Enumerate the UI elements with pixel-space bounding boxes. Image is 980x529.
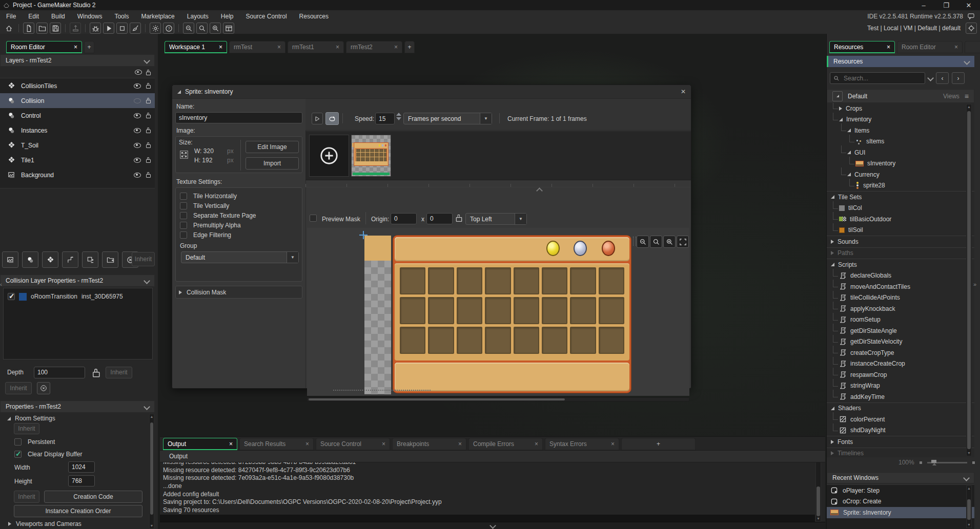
speed-unit-dropdown[interactable]: Frames per second ▼ — [403, 113, 492, 124]
resource-moveandcontacttiles[interactable]: moveAndContactTiles — [827, 281, 974, 292]
layer-row-background[interactable]: Background — [0, 167, 155, 182]
target-manager-icon[interactable] — [966, 23, 977, 34]
workspace-tab-rmtest2[interactable]: rmTest2× — [346, 41, 402, 53]
new-file-button[interactable] — [23, 23, 34, 34]
instance-row[interactable]: oRoomTransition inst_30D65975 — [4, 290, 152, 303]
zoom-slider-min[interactable] — [920, 461, 922, 464]
tile-horizontally-checkbox[interactable] — [180, 193, 187, 200]
search-input[interactable] — [843, 74, 911, 82]
add-tab-button[interactable]: + — [965, 41, 980, 53]
resource-timelines[interactable]: Timelines — [827, 448, 974, 458]
origin-y-input[interactable] — [426, 213, 453, 224]
resource-createcroptype[interactable]: createCropType — [827, 347, 974, 358]
resource-colorpercent[interactable]: colorPercent — [827, 414, 974, 425]
close-button[interactable]: ✕ — [957, 2, 980, 9]
toolbar-grip[interactable] — [633, 237, 636, 246]
recent-sprite-sinventory[interactable]: Sprite: sInventory — [827, 507, 974, 518]
views-menu-icon[interactable]: ≡ — [965, 92, 969, 100]
close-tab-icon[interactable]: × — [305, 440, 309, 448]
import-button[interactable]: Import — [246, 157, 299, 170]
views-label[interactable]: Views — [943, 93, 959, 100]
right-tab-room-editor[interactable]: Room Editor× — [897, 41, 963, 53]
menu-resources[interactable]: Resources — [293, 13, 335, 20]
dropdown-arrow-icon[interactable]: ▼ — [480, 113, 492, 124]
visibility-eye-icon[interactable] — [134, 128, 141, 133]
right-tab-resources[interactable]: Resources× — [829, 41, 895, 53]
search-prev-button[interactable]: ‹ — [936, 72, 949, 84]
open-project-button[interactable] — [36, 23, 48, 34]
resource-tilecollideatpoints[interactable]: tileCollideAtPoints — [827, 292, 974, 304]
scroll-up-icon[interactable]: ▲ — [967, 105, 971, 109]
depth-input[interactable] — [34, 367, 85, 378]
resource-getdirstatevelocity[interactable]: getDirStateVelocity — [827, 336, 974, 348]
collapsed-triangle-icon[interactable] — [831, 251, 834, 255]
lock-icon[interactable] — [146, 85, 151, 89]
background-layer-button[interactable] — [2, 251, 18, 268]
recent-windows-header[interactable]: Recent Windows — [827, 472, 974, 483]
zoom-in-button[interactable] — [663, 236, 676, 248]
output-tab-source-control[interactable]: Source Control× — [316, 438, 390, 450]
texture-option-edge-filtering[interactable]: Edge Filtering — [176, 230, 302, 240]
menu-windows[interactable]: Windows — [71, 13, 109, 20]
resource-tilsoil[interactable]: tilSoil — [827, 225, 974, 236]
close-tab-icon[interactable]: × — [887, 44, 890, 51]
add-tab-button[interactable]: + — [621, 438, 696, 450]
room-width-input[interactable] — [68, 461, 95, 473]
zoom-out-button[interactable] — [183, 23, 194, 34]
add-tab-button[interactable]: + — [84, 41, 94, 53]
layer-row-collisiontiles[interactable]: CollisionTiles — [0, 78, 155, 93]
instance-layer-button[interactable] — [22, 251, 38, 268]
collapse-window-icon[interactable] — [177, 90, 181, 94]
scrollbar-thumb[interactable] — [967, 111, 971, 449]
output-tab-output[interactable]: Output× — [163, 438, 237, 450]
scrollbar-thumb[interactable] — [967, 499, 971, 520]
layer-row-instances[interactable]: Instances — [0, 123, 155, 138]
tile-layer-button[interactable] — [42, 251, 58, 268]
sprite-name-input[interactable] — [175, 112, 302, 123]
close-tab-icon[interactable]: × — [229, 440, 233, 448]
persistent-row[interactable]: Persistent — [14, 438, 55, 446]
collapsed-triangle-icon[interactable] — [839, 107, 842, 111]
visibility-eye-icon[interactable] — [134, 83, 141, 89]
output-tab-search-results[interactable]: Search Results× — [239, 438, 314, 450]
origin-mode-dropdown[interactable]: Top Left ▼ — [465, 213, 527, 225]
resource-shddaynight[interactable]: shdDayNight — [827, 425, 974, 436]
layer-row-t-soil[interactable]: T_Soil — [0, 138, 155, 153]
resource-sitems[interactable]: sItems — [827, 136, 974, 147]
scroll-down-icon[interactable]: ▼ — [150, 524, 154, 528]
resource-tile-sets[interactable]: Tile Sets — [827, 191, 974, 203]
close-tab-icon[interactable]: × — [277, 44, 281, 51]
collapsed-triangle-icon[interactable] — [831, 240, 834, 244]
layout-button[interactable] — [223, 23, 234, 34]
room-settings-section[interactable]: Room Settings — [7, 415, 55, 422]
resources-panel-header[interactable]: Resources — [827, 56, 974, 67]
expanded-triangle-icon[interactable] — [847, 129, 851, 132]
expanded-triangle-icon[interactable] — [847, 151, 851, 154]
persistent-checkbox[interactable] — [14, 438, 22, 446]
resource-instancecreatecrop[interactable]: instanceCreateCrop — [827, 358, 974, 370]
resize-icon[interactable] — [179, 150, 189, 159]
creation-code-button[interactable]: Creation Code — [44, 491, 142, 503]
stop-button[interactable] — [116, 23, 128, 34]
expanded-triangle-icon[interactable] — [847, 173, 851, 176]
search-next-button[interactable]: › — [952, 72, 965, 84]
origin-lock-open-icon[interactable] — [456, 217, 462, 222]
resource-applyknockback[interactable]: applyKnockback — [827, 303, 974, 314]
maximize-button[interactable]: ❐ — [935, 2, 957, 9]
resource-respawncrop[interactable]: respawnCrop — [827, 369, 974, 380]
collapse-all-icon[interactable] — [832, 91, 843, 101]
zoom-reset-button[interactable] — [196, 23, 208, 34]
viewports-section[interactable]: Viewports and Cameras — [8, 520, 81, 527]
room-inherit-button[interactable]: Inherit — [14, 423, 39, 434]
instance-creation-order-button[interactable]: Instance Creation Order — [14, 505, 142, 517]
collapse-left-dock-icon[interactable]: ‹ — [0, 281, 2, 287]
origin-x-input[interactable] — [391, 213, 417, 224]
workspace-tab-rmtest[interactable]: rmTest× — [229, 41, 285, 53]
output-tab-breakpoints[interactable]: Breakpoints× — [392, 438, 466, 450]
clear-display-buffer-row[interactable]: Clear Display Buffer — [14, 451, 83, 458]
frame-0-thumbnail[interactable] — [351, 135, 391, 177]
left-tab-room-editor[interactable]: Room Editor× — [6, 41, 82, 53]
depth-lock-icon[interactable] — [93, 372, 100, 377]
resource-paths[interactable]: Paths — [827, 247, 974, 259]
close-tab-icon[interactable]: × — [336, 44, 339, 51]
